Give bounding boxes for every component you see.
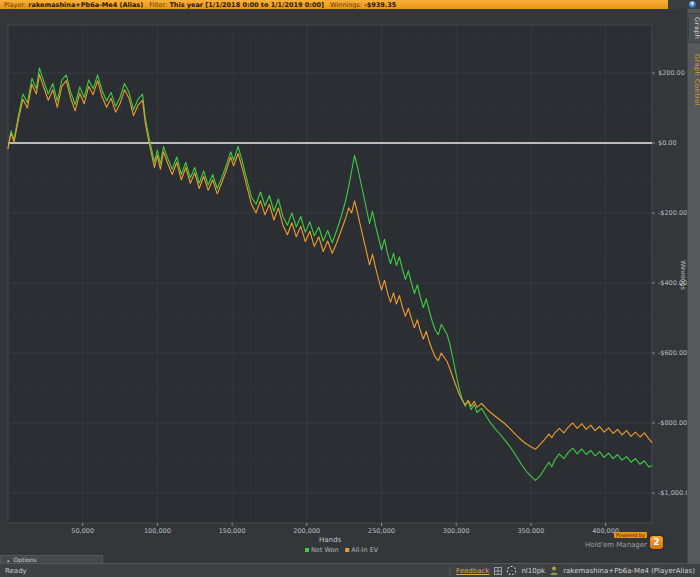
svg-text:-$800.00: -$800.00 [658,419,687,427]
user-icon [550,566,558,575]
svg-text:150,000: 150,000 [219,527,246,535]
svg-text:Net Won: Net Won [311,546,339,554]
options-label: Options [14,556,37,563]
powered-by-label: Powered by [614,532,647,538]
help-icon[interactable]: ? [689,1,696,8]
svg-text:300,000: 300,000 [443,527,470,535]
svg-text:350,000: 350,000 [517,527,544,535]
winnings-value: -$939.35 [364,1,396,9]
player-selector[interactable]: rakemashina+Pb6a-Me4 (PlayerAlias) [563,567,695,575]
right-tab-strip: Graph Graph Control [687,9,700,563]
svg-text:$0.00: $0.00 [658,139,677,147]
svg-text:-$600.00: -$600.00 [658,349,687,357]
svg-text:250,000: 250,000 [368,527,395,535]
feedback-link[interactable]: Feedback [456,567,489,575]
poker-chip-icon [507,566,516,575]
svg-text:Hands: Hands [319,536,341,544]
grid-icon[interactable] [494,567,502,575]
holdem-manager-window: Player: rakemashina+Pb6a-Me4 (Alias) Fil… [0,0,700,577]
filter-value: This year [1/1/2018 0:00 to 1/1/2019 0:0… [169,1,324,9]
player-value: rakemashina+Pb6a-Me4 (Alias) [28,1,143,9]
app-name: Hold'em Manager [585,541,647,549]
filter-label: Filter: [149,1,167,9]
hm2-logo-icon: 2 [650,536,663,549]
svg-text:-$1,000.00: -$1,000.00 [658,489,687,497]
status-ready: Ready [5,567,27,575]
options-tab[interactable]: ▴ Options [0,555,103,563]
chevron-up-icon: ▴ [7,557,10,563]
winnings-label: Winnings: [330,1,362,9]
tab-graph-control[interactable]: Graph Control [688,51,700,109]
svg-text:$200.00: $200.00 [658,69,685,77]
branding-block: Powered by Hold'em Manager 2 [585,522,663,549]
svg-text:Winnings: Winnings [679,260,687,290]
player-label: Player: [4,1,26,9]
graph-panel: $200.00$0.00-$200.00-$400.00-$600.00-$80… [0,9,687,563]
summary-bar: Player: rakemashina+Pb6a-Me4 (Alias) Fil… [0,0,668,9]
svg-text:100,000: 100,000 [144,527,171,535]
stake-selector[interactable]: nl10pk [521,567,545,575]
svg-text:200,000: 200,000 [293,527,320,535]
svg-text:All-In EV: All-In EV [351,546,379,554]
separator: | [449,567,451,575]
winnings-chart: $200.00$0.00-$200.00-$400.00-$600.00-$80… [0,9,687,563]
svg-text:50,000: 50,000 [71,527,94,535]
svg-text:-$200.00: -$200.00 [658,209,687,217]
status-bar: Ready | Feedback nl10pk rakemashina+Pb6a… [0,563,700,577]
tab-graph[interactable]: Graph [688,13,700,43]
